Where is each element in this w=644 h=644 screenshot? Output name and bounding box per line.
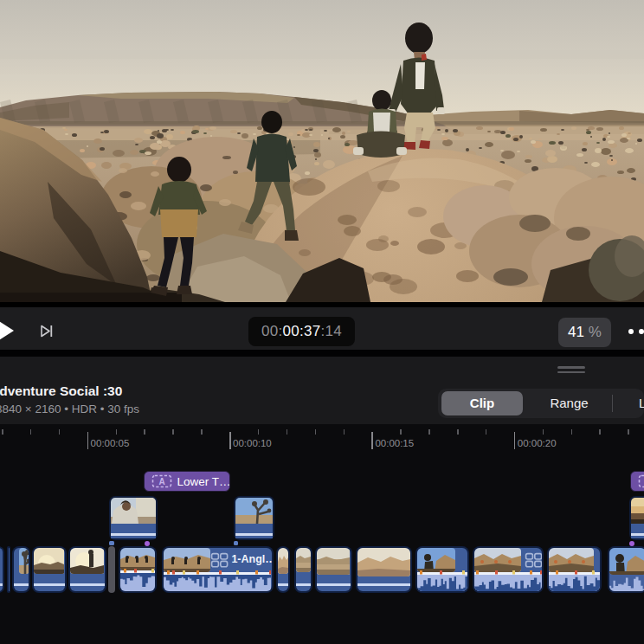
svg-text:A: A — [158, 477, 164, 486]
